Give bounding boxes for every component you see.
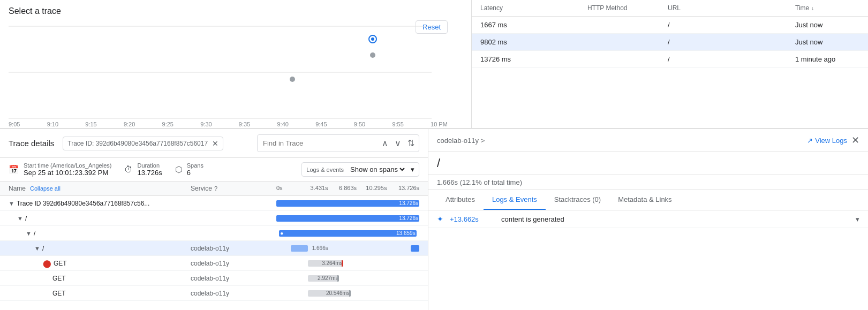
- trace-detail-panel: codelab-o11y > ↗ View Logs ✕ / 1.666s (1…: [428, 129, 868, 310]
- timeline-label-940: 9:40: [277, 121, 288, 127]
- table-row[interactable]: 1667 ms / Just now: [472, 17, 868, 34]
- tab-stacktraces[interactable]: Stacktraces (0): [546, 190, 609, 210]
- span-chevron-icon[interactable]: ▼: [17, 215, 23, 222]
- error-icon: ⬤: [43, 259, 51, 268]
- event-time: +13.662s: [450, 215, 493, 223]
- timeline-label-915: 9:15: [85, 121, 96, 127]
- find-expand-button[interactable]: ⇅: [405, 136, 417, 150]
- page-title: Select a trace: [9, 6, 463, 16]
- span-row[interactable]: ▼ / 13.726s: [0, 211, 428, 226]
- span-chevron-icon[interactable]: ▼: [26, 230, 32, 237]
- trace-meta: 📅 Start time (America/Los_Angeles) Sep 2…: [0, 158, 428, 182]
- col-latency[interactable]: Latency: [480, 4, 587, 12]
- span-row[interactable]: ⬤ GET codelab-o11y 3.264ms: [0, 256, 428, 271]
- service-col-label: Service: [191, 185, 212, 192]
- svg-point-8: [370, 52, 375, 58]
- spans-header: Name Collapse all Service ? 0s 3.431s 6.…: [0, 182, 428, 196]
- logs-events-label: Logs & events: [306, 167, 344, 173]
- timeline-label-925: 9:25: [162, 121, 173, 127]
- timeline-label-950: 9:50: [354, 121, 365, 127]
- span-row[interactable]: ▼ Trace ID 392d6b49080e3456a77168f857c56…: [0, 196, 428, 211]
- detail-header: codelab-o11y > ↗ View Logs ✕: [428, 129, 868, 152]
- timeline-label-955: 9:55: [392, 121, 403, 127]
- table-row[interactable]: 13726 ms / 1 minute ago: [472, 51, 868, 68]
- spans-meta: ⬡ Spans 6: [175, 162, 203, 177]
- event-expand-icon[interactable]: ▾: [856, 215, 859, 223]
- duration-meta: ⏱ Duration 13.726s: [124, 162, 162, 177]
- view-logs-button[interactable]: ↗ View Logs: [807, 137, 847, 145]
- trace-id-field[interactable]: Trace ID: 392d6b49080e3456a77168f857c560…: [63, 137, 223, 150]
- span-row[interactable]: GET codelab-o11y 20.546ms: [0, 286, 428, 301]
- event-star-icon: ✦: [437, 215, 443, 223]
- timeline-label-10pm: 10 PM: [431, 121, 448, 127]
- col-time[interactable]: Time ↓: [795, 4, 859, 12]
- span-chevron-icon[interactable]: ▼: [9, 200, 14, 207]
- trace-id-text: Trace ID: 392d6b49080e3456a77168f857c560…: [67, 140, 208, 147]
- service-help-icon: ?: [214, 185, 217, 192]
- logs-events-selector[interactable]: Logs & events Show on spans ▾: [301, 162, 419, 177]
- spans-icon: ⬡: [175, 164, 183, 175]
- start-time-meta: 📅 Start time (America/Los_Angeles) Sep 2…: [9, 162, 111, 177]
- spans-timeline-header: 0s 3.431s 6.863s 10.295s 13.726s: [276, 185, 419, 192]
- find-next-button[interactable]: ∨: [393, 136, 403, 150]
- tab-metadata-links[interactable]: Metadata & Links: [609, 190, 680, 210]
- span-row[interactable]: GET codelab-o11y 2.927ms: [0, 271, 428, 286]
- timeline-label-920: 9:20: [124, 121, 135, 127]
- event-row[interactable]: ✦ +13.662s content is generated ▾: [428, 210, 868, 228]
- timeline-label-945: 9:45: [315, 121, 327, 127]
- close-detail-button[interactable]: ✕: [851, 134, 859, 146]
- detail-tabs: Attributes Logs & Events Stacktraces (0)…: [428, 190, 868, 210]
- timeline-label-930: 9:30: [200, 121, 212, 127]
- col-method: HTTP Method: [587, 4, 668, 12]
- event-label: content is generated: [501, 215, 856, 223]
- timeline-label-905: 9:05: [9, 121, 20, 127]
- table-header: Latency HTTP Method URL Time ↓: [472, 0, 868, 17]
- name-col-label: Name: [9, 185, 26, 192]
- timeline-label-910: 9:10: [47, 121, 58, 127]
- trace-details-title: Trace details: [9, 139, 54, 148]
- detail-content: ✦ +13.662s content is generated ▾: [428, 210, 868, 310]
- find-prev-button[interactable]: ∧: [380, 136, 390, 150]
- logs-events-dropdown[interactable]: Show on spans: [348, 165, 406, 174]
- span-row[interactable]: ▼ / ● 13.659s: [0, 226, 428, 241]
- detail-breadcrumb: codelab-o11y >: [437, 137, 485, 145]
- span-row[interactable]: ▼ / codelab-o11y 1.666s: [0, 241, 428, 256]
- close-trace-id-icon[interactable]: ✕: [212, 139, 218, 148]
- collapse-all-button[interactable]: Collapse all: [30, 185, 61, 192]
- external-link-icon: ↗: [807, 137, 813, 145]
- tab-attributes[interactable]: Attributes: [437, 190, 484, 210]
- svg-point-9: [290, 77, 295, 82]
- calendar-icon: 📅: [9, 164, 19, 175]
- spans-list: ▼ Trace ID 392d6b49080e3456a77168f857c56…: [0, 196, 428, 310]
- find-in-trace-section: ∧ ∨ ⇅: [257, 134, 419, 152]
- detail-path: /: [428, 152, 868, 175]
- svg-point-7: [371, 37, 374, 41]
- tab-logs-events[interactable]: Logs & Events: [484, 190, 546, 210]
- col-url: URL: [668, 4, 795, 12]
- detail-timing: 1.666s (12.1% of total time): [428, 175, 868, 190]
- dropdown-chevron-icon: ▾: [411, 165, 414, 173]
- timeline-label-935: 9:35: [239, 121, 250, 127]
- table-row[interactable]: 9802 ms / Just now: [472, 34, 868, 51]
- detail-actions: ↗ View Logs ✕: [807, 134, 859, 146]
- clock-icon: ⏱: [124, 165, 133, 175]
- find-in-trace-input[interactable]: [260, 137, 378, 149]
- span-chevron-icon[interactable]: ▼: [34, 245, 40, 252]
